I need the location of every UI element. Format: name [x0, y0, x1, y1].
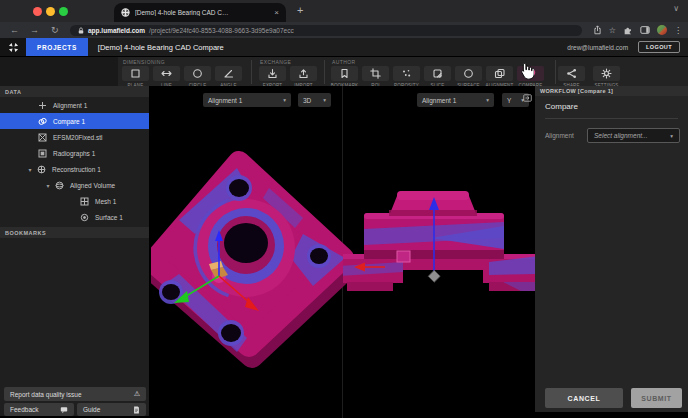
data-section-header: DATA: [0, 86, 149, 97]
bookmark-button[interactable]: BOOKMARK: [331, 66, 358, 88]
slice-button[interactable]: SLICE: [424, 66, 451, 88]
settings-button[interactable]: SETTINGS: [593, 66, 620, 88]
share-nodes-icon: [566, 68, 577, 79]
chevron-down-icon[interactable]: ▾: [44, 182, 52, 189]
left-view-mode-select[interactable]: 3D ▾: [298, 93, 331, 107]
share-button[interactable]: SHARE: [558, 66, 585, 88]
panel-toggle-icon[interactable]: [523, 88, 532, 106]
bookmark-star-icon[interactable]: ☆: [609, 26, 616, 35]
tree-item-radiographs-1[interactable]: Radiographs 1: [0, 145, 149, 161]
app-header: PROJECTS [Demo] 4-hole Bearing CAD Compa…: [0, 38, 688, 56]
minimize-window-button[interactable]: [46, 7, 55, 16]
profile-avatar[interactable]: [657, 25, 667, 35]
toolbar-group-author: AUTHOR BOOKMARK ROI POROSITY SLICE: [331, 57, 544, 88]
browser-tabstrip: [Demo] 4-hole Bearing CAD C… × + ∨: [0, 0, 688, 22]
tree-item-alignment-1[interactable]: Alignment 1: [0, 97, 149, 113]
group-label: DIMENSIONING: [123, 59, 242, 65]
forward-icon[interactable]: →: [30, 25, 39, 35]
workflow-title: Compare: [545, 102, 678, 119]
side-panel-icon[interactable]: [640, 25, 650, 35]
radiographs-icon: [38, 149, 47, 158]
right-view-alignment-select[interactable]: Alignment 1 ▾: [417, 93, 494, 107]
compare-icon: [38, 117, 47, 126]
tab-close-icon[interactable]: ×: [274, 9, 279, 17]
lock-icon: [78, 27, 84, 34]
viewport-3d[interactable]: Alignment 1 ▾ 3D ▾ Alignment 1 ▾ Y ▾: [151, 86, 535, 418]
url-domain: app.lumafield.com: [88, 27, 145, 34]
projects-button[interactable]: PROJECTS: [26, 38, 88, 56]
tree-item-reconstruction-1[interactable]: ▾ Reconstruction 1: [0, 161, 149, 177]
volume-icon: [55, 181, 64, 190]
left-view-alignment-select[interactable]: Alignment 1 ▾: [203, 93, 291, 107]
workflow-panel-header: WORKFLOW [Compare 1]: [535, 86, 688, 96]
chevron-down-icon: ▾: [486, 97, 489, 103]
browser-menu-icon[interactable]: ⋮: [674, 26, 682, 35]
circle-button[interactable]: CIRCLE: [184, 66, 211, 88]
chevron-down-icon[interactable]: ▾: [26, 166, 34, 173]
mesh-file-icon: [38, 133, 47, 142]
cancel-button[interactable]: CANCEL: [545, 388, 623, 408]
feedback-button[interactable]: Feedback: [4, 403, 74, 416]
tab-title: [Demo] 4-hole Bearing CAD C…: [135, 9, 269, 16]
back-icon[interactable]: ←: [10, 25, 19, 35]
alignment-button[interactable]: ALIGNMENT: [486, 66, 513, 88]
lumafield-logo[interactable]: [0, 38, 26, 56]
mesh-icon: [80, 197, 89, 206]
browser-tab[interactable]: [Demo] 4-hole Bearing CAD C… ×: [114, 3, 286, 22]
porosity-icon: [401, 68, 412, 79]
plane-icon: [130, 68, 141, 79]
surface-button[interactable]: SURFACE: [455, 66, 482, 88]
line-button[interactable]: LINE: [153, 66, 180, 88]
mouse-cursor-hand: [519, 62, 534, 84]
group-label: AUTHOR: [332, 59, 544, 65]
url-bar[interactable]: app.lumafield.com/project/9e24fc40-8553-…: [70, 25, 582, 36]
model-left-3d[interactable]: [153, 162, 346, 357]
submit-button[interactable]: SUBMIT: [631, 388, 682, 408]
zoom-window-button[interactable]: [59, 7, 68, 16]
porosity-button[interactable]: POROSITY: [393, 66, 420, 88]
bookmark-icon: [339, 68, 350, 79]
browser-actions: ☆ ⋮: [593, 22, 682, 38]
report-data-quality-button[interactable]: Report data quality issue ⚠: [4, 387, 146, 401]
guide-icon: [133, 406, 140, 414]
import-icon: [298, 68, 309, 79]
model-right-y-view[interactable]: [337, 191, 535, 291]
viewport-canvas[interactable]: [151, 86, 535, 418]
circle-icon: [192, 68, 203, 79]
export-button[interactable]: EXPORT: [259, 66, 286, 88]
slice-icon: [432, 68, 443, 79]
user-email: drew@lumafield.com: [567, 44, 628, 51]
roi-button[interactable]: ROI: [362, 66, 389, 88]
alignment-icon: [494, 68, 505, 79]
close-window-button[interactable]: [33, 7, 42, 16]
plane-button[interactable]: PLANE: [122, 66, 149, 88]
alignment-select[interactable]: Select alignment... ▾: [587, 128, 680, 143]
extensions-puzzle-icon[interactable]: [623, 25, 633, 35]
export-icon: [267, 68, 278, 79]
plus-icon: [38, 101, 47, 110]
group-label: EXCHANGE: [260, 59, 317, 65]
chevron-down-icon: ▾: [670, 133, 673, 139]
new-tab-button[interactable]: +: [297, 4, 303, 16]
import-button[interactable]: IMPORT: [290, 66, 317, 88]
tree-item-aligned-volume[interactable]: ▾ Aligned Volume: [0, 177, 149, 193]
tree-item-surface-1[interactable]: Surface 1: [0, 209, 149, 225]
tree-item-efsm20fixed-stl[interactable]: EFSM20Fixed.stl: [0, 129, 149, 145]
tree-item-compare-1[interactable]: Compare 1: [0, 113, 149, 129]
tree-item-mesh-1[interactable]: Mesh 1: [0, 193, 149, 209]
gear-icon: [601, 68, 612, 79]
logout-button[interactable]: LOGOUT: [638, 41, 680, 53]
guide-button[interactable]: Guide: [77, 403, 146, 416]
browser-addressbar: ← → ↻ app.lumafield.com/project/9e24fc40…: [0, 22, 688, 38]
angle-button[interactable]: ANGLE: [215, 66, 242, 88]
surface-icon: [80, 213, 89, 222]
chevron-down-icon: ▾: [323, 97, 326, 103]
url-path: /project/9e24fc40-8553-4088-9663-3d95e9a…: [149, 27, 294, 34]
angle-icon: [223, 68, 234, 79]
toolbar-separator: [324, 60, 325, 84]
toolbar: DIMENSIONING PLANE LINE CIRCLE ANGLE: [0, 56, 688, 86]
project-title: [Demo] 4-hole Bearing CAD Compare: [98, 43, 224, 52]
reload-icon[interactable]: ↻: [51, 25, 59, 35]
tab-search-chevron-icon[interactable]: ∨: [673, 4, 679, 13]
share-icon[interactable]: [593, 25, 602, 35]
